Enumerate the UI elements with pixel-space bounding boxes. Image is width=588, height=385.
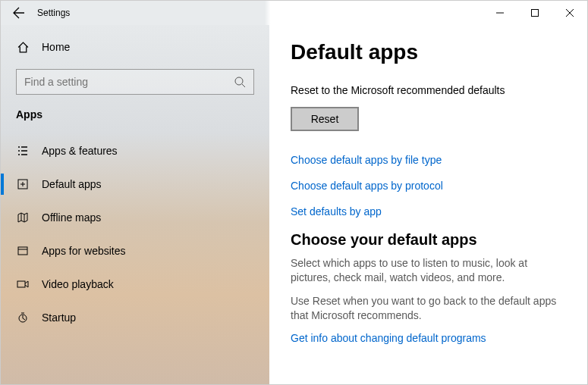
nav-video-playback[interactable]: Video playback — [1, 268, 269, 301]
minimize-button[interactable] — [483, 1, 517, 25]
back-button[interactable] — [1, 7, 37, 19]
map-icon — [16, 211, 30, 224]
page-heading: Default apps — [291, 40, 566, 64]
sidebar: Home Apps Apps & features Default apps — [1, 25, 269, 384]
close-icon — [566, 9, 574, 17]
video-icon — [16, 278, 30, 290]
link-by-app[interactable]: Set defaults by app — [291, 205, 566, 218]
defaults-icon — [16, 178, 30, 190]
nav-list: Apps & features Default apps Offline map… — [1, 134, 269, 334]
nav-label: Video playback — [42, 278, 114, 290]
svg-rect-4 — [17, 281, 25, 287]
choose-desc-1: Select which apps to use to listen to mu… — [291, 256, 566, 285]
nav-offline-maps[interactable]: Offline maps — [1, 201, 269, 234]
section-heading: Apps — [16, 108, 254, 121]
home-nav[interactable]: Home — [16, 33, 254, 61]
nav-label: Apps for websites — [42, 245, 126, 257]
window-title: Settings — [37, 8, 70, 18]
close-button[interactable] — [552, 1, 587, 25]
nav-label: Startup — [42, 311, 76, 324]
nav-apps-features[interactable]: Apps & features — [1, 134, 269, 167]
svg-point-1 — [235, 77, 243, 85]
maximize-button[interactable] — [517, 1, 552, 25]
link-protocol[interactable]: Choose default apps by protocol — [291, 180, 566, 192]
titlebar: Settings — [1, 1, 587, 25]
startup-icon — [16, 311, 30, 324]
minimize-icon — [496, 9, 504, 17]
content-pane: Default apps Reset to the Microsoft reco… — [269, 25, 587, 384]
nav-label: Apps & features — [42, 145, 118, 157]
svg-rect-0 — [532, 10, 539, 17]
nav-startup[interactable]: Startup — [1, 301, 269, 334]
nav-label: Offline maps — [42, 211, 101, 224]
website-icon — [16, 245, 30, 257]
nav-label: Default apps — [42, 178, 102, 190]
list-icon — [16, 145, 30, 157]
search-input[interactable] — [24, 76, 234, 88]
svg-rect-3 — [18, 247, 27, 255]
link-file-type[interactable]: Choose default apps by file type — [291, 154, 566, 166]
home-label: Home — [42, 41, 70, 53]
choose-heading: Choose your default apps — [291, 231, 566, 249]
nav-apps-websites[interactable]: Apps for websites — [1, 234, 269, 268]
reset-button[interactable]: Reset — [291, 107, 359, 131]
choose-desc-2: Use Reset when you want to go back to th… — [291, 294, 566, 323]
search-box[interactable] — [16, 69, 254, 95]
maximize-icon — [531, 9, 539, 17]
home-icon — [16, 41, 30, 54]
search-icon — [234, 76, 246, 88]
settings-window: Settings Home — [0, 0, 588, 385]
reset-caption: Reset to the Microsoft recommended defau… — [291, 84, 566, 96]
link-info[interactable]: Get info about changing default programs — [291, 332, 566, 344]
arrow-left-icon — [13, 7, 25, 19]
nav-default-apps[interactable]: Default apps — [1, 167, 269, 201]
